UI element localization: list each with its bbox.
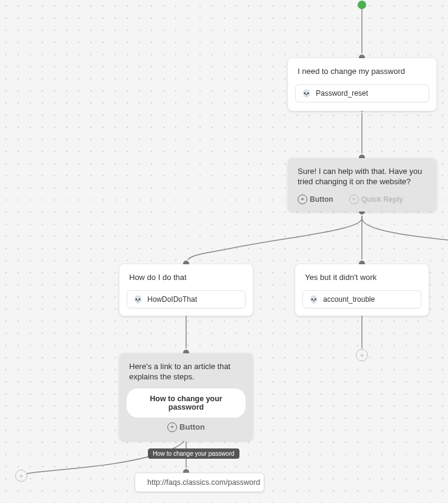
user-node-yes[interactable]: Yes but it didn't work 💀 account_trouble: [295, 264, 429, 316]
skull-icon: 💀: [309, 296, 318, 303]
plus-circle-icon: [349, 195, 359, 204]
add-button-action[interactable]: Button: [167, 422, 205, 432]
start-node[interactable]: [358, 1, 366, 9]
plus-circle-icon: [298, 195, 307, 204]
node-text: Sure! I can help with that. Have you tri…: [288, 158, 436, 192]
node-text: Here's a link to an article that explain…: [119, 353, 253, 385]
node-title: I need to change my password: [288, 58, 436, 81]
url-text: http://faqs.classics.com/password: [147, 478, 260, 487]
intent-pill[interactable]: 💀 account_trouble: [303, 290, 421, 308]
intent-name: account_trouble: [323, 295, 375, 304]
add-quick-reply-action[interactable]: Quick Reply: [349, 195, 403, 204]
user-node-how[interactable]: How do I do that 💀 HowDoIDoThat: [119, 264, 253, 316]
bot-node-sure[interactable]: Sure! I can help with that. Have you tri…: [288, 158, 436, 212]
inline-button-how-to[interactable]: How to change your password: [127, 388, 246, 418]
node-title: Yes but it didn't work: [295, 264, 429, 287]
url-box[interactable]: http://faqs.classics.com/password: [135, 473, 264, 492]
add-child-node[interactable]: [356, 349, 368, 361]
plus-circle-icon: [167, 422, 177, 432]
intent-name: Password_reset: [316, 89, 368, 98]
skull-icon: 💀: [302, 90, 311, 97]
intent-name: HowDoIDoThat: [147, 295, 197, 304]
intent-pill[interactable]: 💀 Password_reset: [295, 84, 429, 102]
intent-pill[interactable]: 💀 HowDoIDoThat: [127, 290, 246, 308]
add-child-node[interactable]: [15, 470, 27, 482]
user-node-password[interactable]: I need to change my password 💀 Password_…: [288, 58, 436, 111]
bot-node-link[interactable]: Here's a link to an article that explain…: [119, 353, 253, 441]
skull-icon: 💀: [133, 296, 142, 303]
add-button-action[interactable]: Button: [298, 195, 333, 204]
node-title: How do I do that: [119, 264, 253, 287]
link-tag: How to change your password: [148, 448, 239, 459]
